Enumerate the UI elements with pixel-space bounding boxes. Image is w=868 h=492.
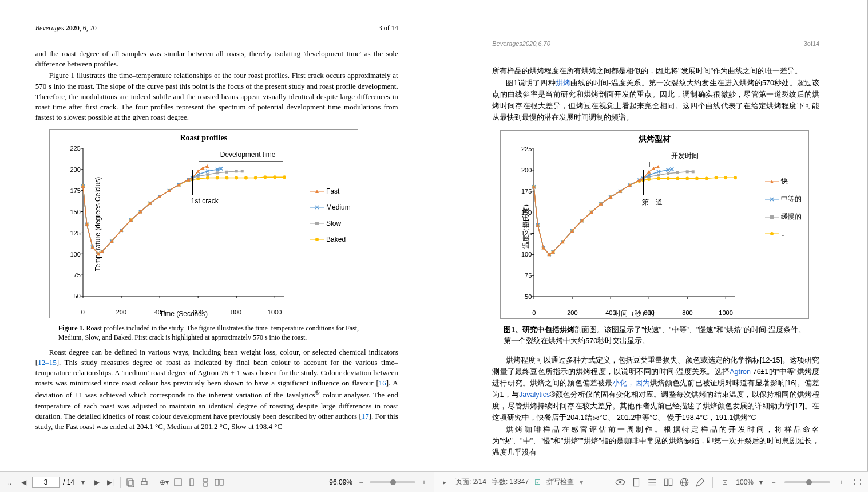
paragraph-3: Roast degree can be defined in various w…: [35, 347, 398, 432]
copy-icon[interactable]: [125, 477, 136, 487]
link-roast[interactable]: 烘烤: [556, 79, 570, 87]
next-page-button[interactable]: ▶: [92, 477, 102, 487]
svg-rect-57: [206, 174, 209, 176]
svg-rect-185: [667, 172, 669, 175]
paragraph-2: Figure 1 illustrates the time–temperatur…: [35, 70, 398, 123]
figure-1-caption: Figure 1. Roast profiles included in the…: [58, 324, 375, 342]
svg-point-165: [715, 176, 718, 179]
sidebar-toggle-icon[interactable]: ..: [5, 477, 15, 487]
zoom-fit-icon[interactable]: ⊡: [720, 477, 730, 487]
chart-title: Roast profiles: [50, 130, 358, 143]
svg-rect-186: [676, 171, 679, 174]
roast-profiles-chart-cn: 烘烤型材5075100125150175200225温度（摄氏度）0200400…: [500, 130, 809, 319]
zoom-out-button-r[interactable]: −: [768, 477, 779, 487]
chart-title: 烘烤型材: [501, 131, 808, 144]
link-minimize[interactable]: 小化，因为: [612, 379, 650, 387]
fullscreen-icon[interactable]: ⛶: [852, 477, 862, 487]
cn-paragraph-4: 烘烤咖啡样品在感官评估前一周制作。根据特定样品的开发时间，将样品命名为"快"、"…: [492, 424, 819, 458]
two-page-icon[interactable]: [214, 477, 224, 487]
svg-rect-251: [770, 215, 774, 219]
page-number: 3 of 14: [379, 24, 398, 33]
zoom-in-button-r[interactable]: +: [836, 477, 846, 487]
link-javalytics[interactable]: Javalytics: [519, 391, 550, 399]
svg-point-159: [657, 177, 660, 180]
print-icon[interactable]: [139, 477, 149, 487]
svg-point-37: [253, 176, 257, 180]
zoom-slider-r[interactable]: [784, 481, 830, 483]
svg-rect-254: [127, 479, 132, 485]
legend-item: Slow: [310, 219, 351, 227]
right-doc-pane: Beverages2020,6,70 3of14 所有样品的烘烤程度在所有烘烤之…: [434, 0, 869, 471]
svg-rect-188: [692, 170, 695, 173]
first-crack-label: 1st crack: [191, 197, 219, 205]
page-view-icon[interactable]: [631, 477, 641, 487]
development-time-label: Development time: [220, 151, 276, 159]
svg-point-126: [315, 238, 319, 241]
link-agtron[interactable]: Agtron: [730, 368, 751, 376]
cn-paragraph-2: 图1说明了四种烘烤曲线的时间-温度关系。第一次裂纹大约发生在进入烘烤的570秒处…: [492, 77, 819, 123]
eye-icon[interactable]: [615, 477, 625, 487]
svg-point-33: [215, 176, 219, 180]
journal-vol: , 6, 70: [80, 24, 97, 32]
zoom-out-button[interactable]: −: [356, 477, 366, 487]
svg-rect-271: [669, 479, 672, 485]
legend-item: 缓慢的: [765, 212, 802, 222]
svg-point-40: [283, 175, 286, 179]
page-dropdown-button[interactable]: ▾: [78, 477, 88, 487]
svg-rect-255: [129, 481, 134, 487]
prev-page-button[interactable]: ◀: [18, 477, 29, 487]
legend-item: Baked: [310, 235, 351, 243]
citation-link[interactable]: 17: [362, 412, 369, 420]
svg-rect-260: [204, 478, 207, 482]
pdf-page: Beverages 2020, 6, 70 3 of 14 and the ro…: [2, 0, 431, 471]
development-time-label: 开发时间: [671, 151, 699, 161]
y-axis-label: 温度（摄氏度）: [521, 200, 531, 249]
svg-rect-124: [315, 222, 319, 225]
cn-paragraph-1: 所有样品的烘烤程度在所有烘烤之间都是相似的，因此将"发展时间"作为曲线之间的唯一…: [492, 65, 819, 77]
word-count-label: 字数: 13347: [492, 477, 529, 487]
zoom-in-button[interactable]: +: [419, 477, 429, 487]
svg-rect-263: [220, 479, 223, 485]
citation-link[interactable]: 16: [379, 379, 386, 387]
page-header: Beverages 2020, 6, 70 3 of 14: [35, 24, 398, 33]
fit-page-icon[interactable]: [173, 477, 183, 487]
continuous-page-icon[interactable]: [200, 477, 211, 487]
svg-rect-184: [657, 174, 660, 176]
first-crack-marker: [192, 170, 193, 195]
zoom-level-label: 96.09%: [329, 478, 352, 486]
svg-point-36: [244, 176, 248, 180]
web-view-icon[interactable]: [679, 477, 689, 487]
svg-rect-59: [225, 171, 228, 174]
left-pdf-pane: Beverages 2020, 6, 70 3 of 14 and the ro…: [0, 0, 434, 471]
zoom-slider[interactable]: [370, 481, 415, 483]
legend-item: Medium: [310, 203, 351, 211]
svg-point-253: [770, 232, 774, 235]
development-brace: [199, 161, 283, 167]
svg-point-161: [676, 177, 680, 180]
edit-icon[interactable]: [695, 477, 706, 487]
page-info-label: 页面: 2/14: [455, 477, 486, 487]
single-page-icon[interactable]: [187, 477, 197, 487]
legend-item: Fast: [310, 187, 351, 195]
zoom-dropdown-icon[interactable]: ⊕▾: [159, 477, 169, 487]
svg-point-162: [685, 177, 689, 180]
reading-view-icon[interactable]: [663, 477, 673, 487]
page-number-input[interactable]: [32, 477, 60, 488]
spellcheck-label[interactable]: 拼写检查: [546, 477, 574, 487]
svg-point-38: [263, 175, 267, 179]
last-page-button[interactable]: ▶|: [105, 477, 116, 487]
menu-icon[interactable]: ▸: [439, 477, 450, 487]
first-crack-label: 第一道: [642, 198, 663, 207]
figure-1: Roast profiles5075100125150175200225Temp…: [49, 129, 385, 318]
doc-page: Beverages2020,6,70 3of14 所有样品的烘烤程度在所有烘烤之…: [436, 0, 865, 471]
svg-rect-259: [190, 479, 193, 486]
outline-view-icon[interactable]: [647, 477, 657, 487]
svg-rect-257: [142, 479, 146, 481]
svg-rect-262: [215, 479, 219, 485]
svg-point-34: [225, 176, 228, 180]
svg-point-164: [705, 177, 708, 180]
citation-link[interactable]: 12–15: [38, 358, 57, 367]
svg-rect-256: [141, 481, 147, 485]
svg-rect-58: [216, 172, 219, 175]
svg-point-166: [724, 176, 728, 179]
